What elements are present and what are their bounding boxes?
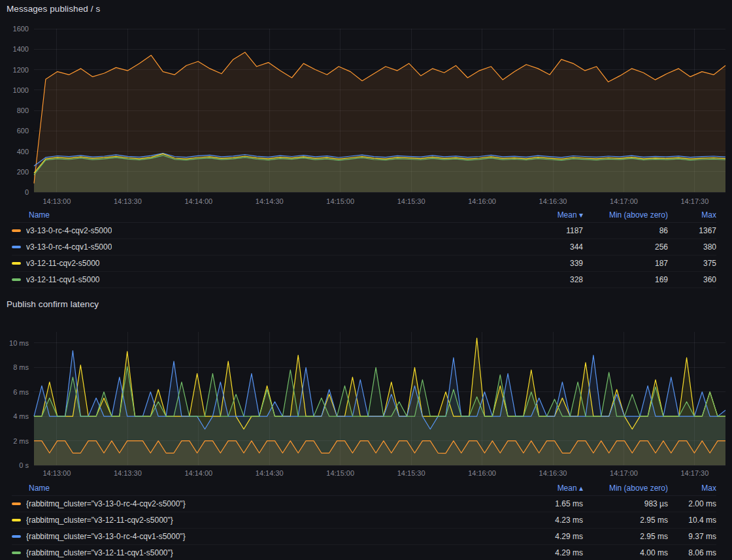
legend-header-row: Name Mean ▾ Min (above zero) Max — [12, 208, 716, 223]
legend-header-mean[interactable]: Mean ▴ — [505, 484, 583, 493]
y-tick-label: 400 — [17, 148, 29, 156]
series-name[interactable]: {rabbitmq_cluster="v3-13-0-rc-4-cqv2-s50… — [26, 499, 186, 508]
messages-published-chart[interactable]: 0200400600800100012001400160014:13:0014:… — [0, 17, 732, 208]
x-tick-label: 14:14:00 — [184, 469, 212, 477]
x-tick-label: 14:14:00 — [184, 197, 212, 205]
series-mean: 4.29 ms — [505, 548, 583, 557]
y-tick-label: 2 ms — [13, 437, 29, 445]
series-name[interactable]: v3-12-11-cqv1-s5000 — [26, 275, 100, 284]
series-mean: 328 — [505, 275, 583, 284]
series-max: 8.06 ms — [668, 548, 716, 557]
series-area — [34, 156, 725, 192]
series-max: 380 — [668, 242, 716, 252]
series-max: 10.4 ms — [668, 516, 716, 525]
series-color-marker — [12, 246, 21, 248]
series-mean: 1.65 ms — [505, 499, 583, 508]
series-name[interactable]: v3-13-0-rc-4-cqv2-s5000 — [26, 226, 112, 235]
series-min: 86 — [583, 226, 668, 235]
y-tick-label: 600 — [17, 127, 29, 135]
x-tick-label: 14:15:30 — [397, 197, 425, 205]
series-color-marker — [12, 519, 21, 521]
series-mean: 1187 — [505, 226, 583, 235]
legend-row: {rabbitmq_cluster="v3-12-11-cqv1-s5000"}… — [12, 545, 716, 560]
legend-header-min[interactable]: Min (above zero) — [583, 484, 668, 493]
series-min: 256 — [583, 242, 668, 252]
series-min: 983 µs — [583, 499, 668, 508]
x-tick-label: 14:16:30 — [539, 469, 567, 477]
legend-row: v3-12-11-cqv1-s5000 328 169 360 — [12, 272, 716, 288]
legend-row: v3-13-0-rc-4-cqv1-s5000 344 256 380 — [12, 239, 716, 255]
y-tick-label: 0 s — [19, 461, 29, 469]
series-color-marker — [12, 278, 21, 281]
series-mean: 344 — [505, 242, 583, 252]
series-max: 9.37 ms — [668, 532, 716, 541]
series-min: 187 — [583, 259, 668, 268]
series-min: 169 — [583, 275, 668, 284]
y-tick-label: 8 ms — [13, 363, 29, 371]
legend-header-min[interactable]: Min (above zero) — [583, 210, 668, 220]
series-max: 1367 — [668, 226, 716, 235]
legend-row: {rabbitmq_cluster="v3-13-0-rc-4-cqv1-s50… — [12, 529, 716, 545]
y-tick-label: 1400 — [13, 45, 29, 53]
series-mean: 4.23 ms — [505, 516, 583, 525]
series-mean: 4.29 ms — [505, 532, 583, 541]
series-name[interactable]: {rabbitmq_cluster="v3-13-0-rc-4-cqv1-s50… — [26, 532, 186, 541]
legend-row: v3-12-11-cqv2-s5000 339 187 375 — [12, 255, 716, 272]
series-name[interactable]: {rabbitmq_cluster="v3-12-11-cqv2-s5000"} — [26, 516, 173, 525]
x-tick-label: 14:14:30 — [256, 197, 284, 205]
legend-header-max[interactable]: Max — [668, 484, 716, 493]
series-min: 2.95 ms — [583, 516, 668, 525]
x-tick-label: 14:17:00 — [610, 197, 638, 205]
legend-row: {rabbitmq_cluster="v3-12-11-cqv2-s5000"}… — [12, 512, 716, 529]
x-tick-label: 14:16:00 — [468, 469, 496, 477]
y-tick-label: 10 ms — [9, 339, 29, 347]
legend-header-max[interactable]: Max — [668, 210, 716, 220]
y-tick-label: 4 ms — [13, 412, 29, 420]
x-tick-label: 14:17:30 — [681, 469, 709, 477]
x-tick-label: 14:16:00 — [468, 197, 496, 205]
x-tick-label: 14:13:00 — [42, 469, 71, 477]
legend-header-name[interactable]: Name — [12, 484, 505, 493]
legend-row: v3-13-0-rc-4-cqv2-s5000 1187 86 1367 — [12, 223, 716, 239]
y-tick-label: 6 ms — [13, 388, 29, 396]
series-color-marker — [12, 535, 21, 538]
series-mean: 339 — [505, 259, 583, 268]
series-color-marker — [12, 262, 21, 265]
series-color-marker — [12, 552, 21, 554]
series-max: 360 — [668, 275, 716, 284]
x-tick-label: 14:15:30 — [397, 469, 425, 477]
x-tick-label: 14:17:30 — [681, 197, 709, 205]
x-tick-label: 14:15:00 — [326, 469, 354, 477]
x-tick-label: 14:17:00 — [610, 469, 638, 477]
y-tick-label: 200 — [17, 168, 29, 176]
panel-title-messages-published[interactable]: Messages published / s — [7, 4, 100, 14]
y-tick-label: 0 — [25, 188, 29, 196]
series-name[interactable]: {rabbitmq_cluster="v3-12-11-cqv1-s5000"} — [26, 548, 173, 557]
publish-confirm-latency-chart[interactable]: 0 s2 ms4 ms6 ms8 ms10 ms14:13:0014:13:30… — [0, 327, 732, 481]
y-tick-label: 1000 — [13, 86, 29, 94]
series-min: 2.95 ms — [583, 532, 668, 541]
series-max: 2.00 ms — [668, 499, 716, 508]
panel-publish-confirm-latency: Publish confirm latency 0 s2 ms4 ms6 ms8… — [0, 293, 732, 560]
y-tick-label: 1600 — [13, 25, 29, 33]
series-min: 4.00 ms — [583, 548, 668, 557]
x-tick-label: 14:16:30 — [539, 197, 567, 205]
series-color-marker — [12, 502, 21, 505]
panel-title-publish-confirm-latency[interactable]: Publish confirm latency — [7, 299, 99, 309]
x-tick-label: 14:15:00 — [326, 197, 354, 205]
series-color-marker — [12, 229, 21, 232]
x-tick-label: 14:13:00 — [42, 197, 71, 205]
x-tick-label: 14:13:30 — [114, 197, 142, 205]
legend-header-mean[interactable]: Mean ▾ — [505, 210, 583, 220]
series-name[interactable]: v3-12-11-cqv2-s5000 — [26, 259, 100, 268]
series-name[interactable]: v3-13-0-rc-4-cqv1-s5000 — [26, 242, 112, 252]
x-tick-label: 14:13:30 — [114, 469, 142, 477]
series-max: 375 — [668, 259, 716, 268]
y-tick-label: 1200 — [13, 66, 29, 74]
y-tick-label: 800 — [17, 107, 29, 114]
legend-messages-published: Name Mean ▾ Min (above zero) Max v3-13-0… — [0, 208, 732, 288]
legend-header-name[interactable]: Name — [12, 210, 505, 220]
x-tick-label: 14:14:30 — [256, 469, 284, 477]
legend-header-row: Name Mean ▴ Min (above zero) Max — [12, 481, 716, 496]
panel-messages-published: Messages published / s 02004006008001000… — [0, 0, 732, 291]
